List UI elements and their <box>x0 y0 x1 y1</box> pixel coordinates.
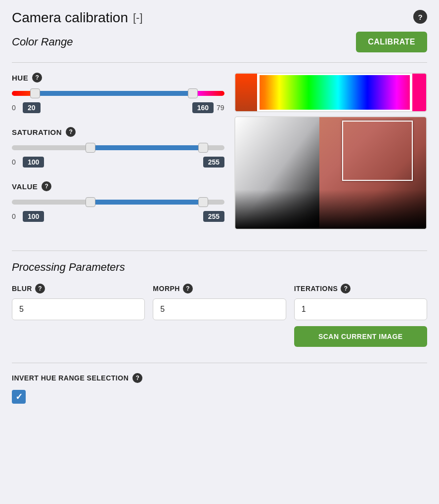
iterations-input[interactable] <box>294 298 427 320</box>
hue-max-label: 79 <box>217 104 224 112</box>
saturation-section: SATURATION ? 0 100 255 <box>12 127 224 168</box>
sv-selected-box <box>342 121 413 181</box>
sat-help-icon[interactable]: ? <box>66 127 76 137</box>
blur-help-icon[interactable]: ? <box>35 284 45 294</box>
sat-slider-track[interactable] <box>12 145 224 150</box>
val-label: VALUE <box>12 182 38 191</box>
calibrate-button[interactable]: CALIBRATE <box>356 32 427 52</box>
left-panel: HUE ? 0 20 160 79 SATURATION <box>12 73 224 236</box>
val-high-value[interactable]: 255 <box>203 211 224 222</box>
iterations-label: ITERATIONS <box>294 285 338 293</box>
sat-thumb-low[interactable] <box>86 143 95 153</box>
hue-label: HUE <box>12 74 28 82</box>
checkmark-icon: ✓ <box>15 392 23 401</box>
val-min-label: 0 <box>12 212 20 220</box>
hue-low-value[interactable]: 20 <box>23 102 41 113</box>
val-slider-track[interactable] <box>12 200 224 205</box>
sat-slider-track-container[interactable] <box>12 142 224 154</box>
divider-processing <box>12 251 427 251</box>
invert-section: INVERT HUE RANGE SELECTION ? ✓ <box>12 363 427 404</box>
val-values: 0 100 255 <box>12 211 224 222</box>
hue-spectrum-preview <box>234 73 427 112</box>
divider-top <box>12 62 427 63</box>
val-low-value[interactable]: 100 <box>23 211 44 222</box>
sat-values: 0 100 255 <box>12 157 224 168</box>
invert-checkbox[interactable]: ✓ <box>12 390 26 404</box>
content-area: HUE ? 0 20 160 79 SATURATION <box>12 73 427 236</box>
blur-label-row: BLUR ? <box>12 284 145 294</box>
val-slider-fill <box>90 200 203 205</box>
val-thumb-low[interactable] <box>86 197 95 207</box>
iterations-group: ITERATIONS ? SCAN CURRENT IMAGE <box>294 284 427 347</box>
processing-section: Processing Parameters BLUR ? MORPH ? ITE… <box>12 251 427 347</box>
morph-label: MORPH <box>153 285 180 293</box>
page-title: Camera calibration <box>12 10 128 26</box>
val-slider-track-container[interactable] <box>12 196 224 208</box>
hue-slider-track-container[interactable] <box>12 87 224 99</box>
sv-dark-bottom <box>235 190 426 229</box>
hue-high-value[interactable]: 160 <box>192 102 214 113</box>
hue-slider-fill <box>35 91 192 96</box>
morph-help-icon[interactable]: ? <box>183 284 193 294</box>
iterations-help-icon[interactable]: ? <box>341 284 351 294</box>
color-range-title: Color Range <box>12 36 73 48</box>
morph-input[interactable] <box>153 298 286 320</box>
blur-label: BLUR <box>12 285 32 293</box>
processing-title: Processing Parameters <box>12 261 125 273</box>
scan-current-image-button[interactable]: SCAN CURRENT IMAGE <box>294 326 427 347</box>
val-help-icon[interactable]: ? <box>42 181 51 191</box>
value-section: VALUE ? 0 100 255 <box>12 181 224 222</box>
sat-label: SATURATION <box>12 128 62 136</box>
invert-label-row: INVERT HUE RANGE SELECTION ? <box>12 373 427 383</box>
sat-min-label: 0 <box>12 158 20 166</box>
iterations-label-row: ITERATIONS ? <box>294 284 427 294</box>
title-row: Camera calibration [-] <box>12 10 143 26</box>
hue-values: 0 20 160 79 <box>12 102 224 113</box>
hue-min-label: 0 <box>12 104 20 112</box>
sat-label-row: SATURATION ? <box>12 127 224 137</box>
hue-section: HUE ? 0 20 160 79 <box>12 73 224 113</box>
invert-label: INVERT HUE RANGE SELECTION <box>12 374 129 382</box>
val-label-row: VALUE ? <box>12 181 224 191</box>
blur-input[interactable] <box>12 298 145 320</box>
morph-label-row: MORPH ? <box>153 284 286 294</box>
collapse-icon[interactable]: [-] <box>133 11 143 24</box>
hue-left-swatch <box>235 74 258 111</box>
sv-color-map <box>234 116 427 230</box>
morph-group: MORPH ? <box>153 284 286 320</box>
divider-invert <box>12 363 427 363</box>
right-panel <box>234 73 427 236</box>
color-range-section-header: Color Range CALIBRATE <box>12 32 427 52</box>
sat-high-value[interactable]: 255 <box>203 157 224 168</box>
params-row: BLUR ? MORPH ? ITERATIONS ? SCAN CURRENT… <box>12 284 427 347</box>
hue-label-row: HUE ? <box>12 73 224 83</box>
blur-group: BLUR ? <box>12 284 145 320</box>
hue-right-swatch <box>411 74 426 111</box>
page-header: Camera calibration [-] ? <box>12 10 427 26</box>
hue-slider-track[interactable] <box>12 91 224 96</box>
hue-thumb-low[interactable] <box>30 88 40 98</box>
val-thumb-high[interactable] <box>198 197 208 207</box>
invert-help-icon[interactable]: ? <box>132 373 142 383</box>
hue-range-indicator <box>258 74 411 111</box>
sat-low-value[interactable]: 100 <box>23 157 44 168</box>
hue-thumb-high[interactable] <box>188 88 198 98</box>
help-icon[interactable]: ? <box>413 10 427 24</box>
sat-thumb-high[interactable] <box>198 143 208 153</box>
sat-slider-fill <box>90 145 203 150</box>
hue-help-icon[interactable]: ? <box>32 73 42 83</box>
